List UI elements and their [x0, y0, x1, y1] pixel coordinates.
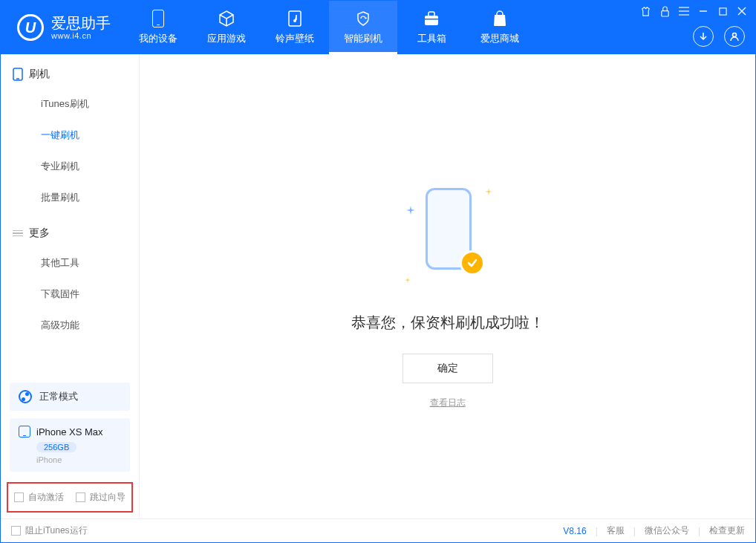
nav-apps-games[interactable]: 应用游戏 — [192, 1, 261, 54]
minimize-button[interactable] — [697, 5, 709, 17]
version-label: V8.16 — [563, 526, 586, 536]
checkbox-block-itunes[interactable]: 阻止iTunes运行 — [11, 524, 88, 537]
checkbox-icon — [11, 526, 21, 536]
app-url: www.i4.cn — [51, 31, 111, 40]
statusbar: 阻止iTunes运行 V8.16 | 客服 | 微信公众号 | 检查更新 — [1, 518, 755, 542]
device-box[interactable]: iPhone XS Max 256GB iPhone — [10, 418, 130, 472]
svg-rect-3 — [661, 10, 668, 16]
sidebar: 刷机 iTunes刷机 一键刷机 专业刷机 批量刷机 更多 其他工具 下载固件 … — [1, 54, 140, 518]
app-name: 爱思助手 — [51, 15, 111, 31]
download-button[interactable] — [693, 26, 714, 47]
device-type: iPhone — [36, 455, 121, 464]
cube-icon — [218, 10, 235, 27]
status-link-support[interactable]: 客服 — [607, 524, 625, 537]
mode-box[interactable]: 正常模式 — [10, 383, 130, 411]
nav-toolbox[interactable]: 工具箱 — [397, 1, 466, 54]
bag-icon — [491, 10, 509, 27]
success-illustration — [403, 188, 492, 292]
device-name: iPhone XS Max — [36, 426, 103, 438]
view-log-link[interactable]: 查看日志 — [430, 397, 466, 409]
status-link-wechat[interactable]: 微信公众号 — [645, 524, 689, 537]
sparkle-icon — [485, 188, 492, 195]
checkbox-auto-activate[interactable]: 自动激活 — [14, 491, 64, 504]
mode-label: 正常模式 — [39, 390, 78, 403]
svg-rect-8 — [719, 7, 726, 14]
logo: U 爱思助手 www.i4.cn — [1, 1, 124, 54]
sidebar-item-itunes-flash[interactable]: iTunes刷机 — [1, 88, 139, 120]
tshirt-icon[interactable] — [639, 5, 651, 17]
checkbox-icon — [76, 492, 85, 502]
options-highlight: 自动激活 跳过向导 — [7, 482, 133, 513]
checkbox-skip-guide[interactable]: 跳过向导 — [76, 491, 126, 504]
titlebar: U 爱思助手 www.i4.cn 我的设备 应用游戏 铃声壁纸 智能刷机 — [1, 1, 755, 54]
success-message: 恭喜您，保资料刷机成功啦！ — [351, 313, 544, 333]
mode-icon — [19, 390, 32, 403]
sidebar-item-advanced[interactable]: 高级功能 — [1, 310, 139, 341]
close-button[interactable] — [736, 5, 748, 17]
nav-ringtones[interactable]: 铃声壁纸 — [261, 1, 329, 54]
nav-label: 爱思商城 — [480, 32, 519, 45]
toolbox-icon — [423, 10, 440, 27]
maximize-button[interactable] — [717, 5, 729, 17]
nav-smart-flash[interactable]: 智能刷机 — [329, 1, 397, 54]
user-button[interactable] — [724, 26, 745, 47]
music-file-icon — [286, 10, 304, 27]
window-controls — [639, 5, 748, 17]
section-title: 刷机 — [29, 68, 50, 81]
sidebar-item-pro-flash[interactable]: 专业刷机 — [1, 151, 139, 182]
main-nav: 我的设备 应用游戏 铃声壁纸 智能刷机 工具箱 爱思商城 — [124, 1, 534, 54]
app-window: U 爱思助手 www.i4.cn 我的设备 应用游戏 铃声壁纸 智能刷机 — [0, 0, 756, 543]
nav-label: 应用游戏 — [207, 32, 246, 45]
sidebar-item-oneclick-flash[interactable]: 一键刷机 — [1, 120, 139, 151]
nav-store[interactable]: 爱思商城 — [466, 1, 534, 54]
sparkle-icon — [406, 206, 414, 213]
sidebar-item-download-firmware[interactable]: 下载固件 — [1, 279, 139, 310]
storage-pill: 256GB — [36, 442, 76, 452]
main-content: 恭喜您，保资料刷机成功啦！ 确定 查看日志 — [140, 54, 755, 518]
svg-rect-2 — [425, 19, 438, 20]
svg-rect-0 — [289, 11, 301, 26]
checkbox-icon — [14, 492, 24, 502]
svg-rect-1 — [425, 16, 438, 25]
nav-my-device[interactable]: 我的设备 — [124, 1, 192, 54]
nav-label: 智能刷机 — [344, 32, 382, 45]
status-link-update[interactable]: 检查更新 — [709, 524, 745, 537]
nav-label: 工具箱 — [417, 32, 446, 45]
phone-outline-icon — [13, 68, 23, 81]
nav-label: 我的设备 — [139, 32, 177, 45]
list-icon — [13, 230, 23, 237]
menu-icon[interactable] — [678, 5, 690, 17]
logo-icon: U — [17, 14, 44, 41]
refresh-shield-icon — [354, 10, 372, 27]
svg-point-11 — [733, 33, 737, 37]
nav-label: 铃声壁纸 — [276, 32, 314, 45]
sidebar-item-batch-flash[interactable]: 批量刷机 — [1, 182, 139, 213]
sparkle-icon — [405, 277, 412, 284]
section-title: 更多 — [29, 227, 50, 240]
sidebar-section-more: 更多 — [1, 213, 139, 247]
ok-button[interactable]: 确定 — [403, 354, 493, 383]
lock-icon[interactable] — [659, 5, 671, 17]
sidebar-item-other-tools[interactable]: 其他工具 — [1, 247, 139, 279]
sidebar-section-flash: 刷机 — [1, 54, 139, 88]
header-actions — [693, 26, 745, 47]
check-badge-icon — [460, 250, 485, 276]
device-icon — [19, 426, 30, 438]
body: 刷机 iTunes刷机 一键刷机 专业刷机 批量刷机 更多 其他工具 下载固件 … — [1, 54, 755, 518]
phone-icon — [149, 10, 167, 27]
